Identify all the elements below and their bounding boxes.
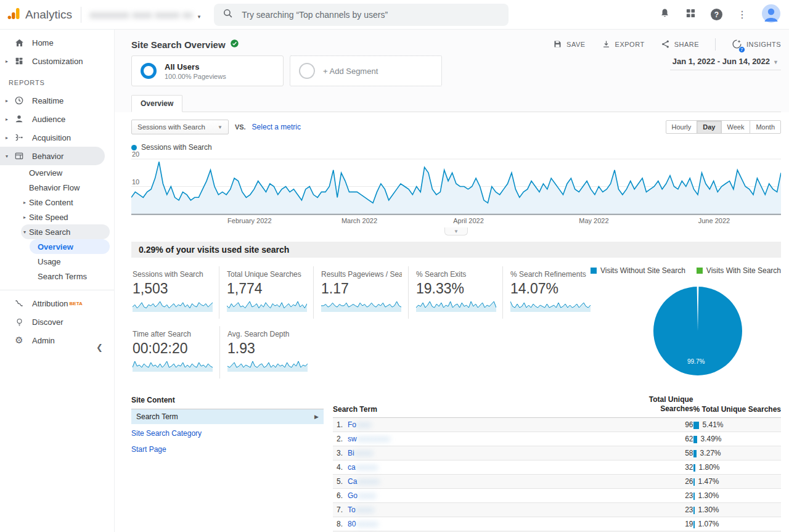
scorecard: Total Unique Searches1,774: [226, 266, 314, 319]
search-term-link[interactable]: caxxxxxx: [348, 463, 378, 472]
pct-total-value: 1.07%: [693, 517, 781, 531]
more-options-icon[interactable]: ⋮: [737, 10, 747, 20]
granularity-hourly[interactable]: Hourly: [666, 120, 698, 134]
user-avatar[interactable]: [762, 4, 780, 25]
chevron-down-icon: ▼: [218, 125, 223, 130]
save-button[interactable]: SAVE: [553, 39, 586, 50]
insights-button[interactable]: 7 INSIGHTS: [732, 39, 781, 51]
search-term-link[interactable]: Toxxxxx: [348, 505, 374, 514]
series-legend-dot: [131, 145, 137, 150]
sidebar-item-discover[interactable]: Discover: [0, 313, 114, 331]
search-term-link[interactable]: Foxxxx: [348, 420, 371, 429]
legend-swatch-without-search: [591, 268, 597, 274]
sidebar-item-customization[interactable]: ▸ Customization: [0, 52, 114, 70]
sidebar-item-site-search-overview[interactable]: Overview: [30, 239, 110, 254]
scorecard-value: 00:02:20: [133, 340, 213, 357]
download-icon: [602, 39, 611, 50]
col-header-pct-total[interactable]: % Total Unique Searches: [693, 393, 781, 418]
scorecard-label: Sessions with Search: [133, 270, 213, 279]
sidebar-item-site-content[interactable]: ▸Site Content: [0, 195, 114, 210]
notifications-bell-icon[interactable]: [659, 7, 671, 22]
chart-annotations-expander[interactable]: ▼: [444, 227, 468, 235]
search-term-link[interactable]: 80xxxxxx: [348, 520, 378, 528]
lightbulb-icon: [14, 317, 25, 327]
search-term-link[interactable]: swxxxxxxxxx: [348, 435, 390, 443]
granularity-week[interactable]: Week: [721, 120, 751, 134]
segment-all-users[interactable]: All Users 100.00% Pageviews: [131, 55, 284, 86]
export-button[interactable]: EXPORT: [602, 39, 645, 50]
sidebar-item-behavior-overview[interactable]: Overview: [0, 165, 114, 180]
pct-bar: [693, 521, 695, 528]
sidebar-item-home[interactable]: Home: [0, 33, 114, 52]
share-button[interactable]: SHARE: [661, 39, 699, 50]
insights-icon: 7: [732, 39, 742, 51]
sidebar-item-site-search[interactable]: ▾Site Search: [21, 224, 110, 239]
product-name: Analytics: [25, 8, 72, 22]
dimension-site-search-category[interactable]: Site Search Category: [131, 424, 324, 440]
col-header-search-term[interactable]: Search Term: [333, 393, 642, 418]
legend-swatch-with-search: [697, 268, 703, 274]
apps-grid-icon[interactable]: [685, 8, 696, 21]
granularity-day[interactable]: Day: [697, 120, 721, 134]
scorecard-label: Total Unique Searches: [227, 270, 307, 279]
collapse-icon: ▾: [22, 229, 28, 235]
sidebar-item-site-speed[interactable]: ▸Site Speed: [0, 210, 114, 224]
redacted-term: xxxxx: [356, 505, 374, 514]
svg-text:99.7%: 99.7%: [687, 358, 705, 365]
sidebar-item-realtime[interactable]: ▸ Realtime: [0, 91, 114, 110]
search-term-link[interactable]: Caxxxxxx: [348, 477, 379, 486]
sidebar-item-attribution[interactable]: Attribution BETA: [0, 294, 114, 313]
row-rank: 2.: [333, 435, 348, 443]
search-term-link[interactable]: Goxxxxx: [348, 491, 376, 500]
pct-bar: [693, 450, 697, 457]
granularity-month[interactable]: Month: [750, 120, 781, 134]
account-caret-icon[interactable]: ▾: [198, 14, 201, 20]
collapse-icon: ▾: [4, 153, 10, 159]
sidebar-item-behavior[interactable]: ▾ Behavior: [0, 147, 105, 165]
dimension-start-page[interactable]: Start Page: [131, 440, 324, 456]
row-rank: 6.: [333, 491, 348, 500]
sidebar-collapse-icon[interactable]: ❮: [96, 343, 103, 352]
sidebar-item-audience[interactable]: ▸ Audience: [0, 110, 114, 128]
pct-bar: [693, 493, 695, 500]
total-unique-searches-value: 62: [642, 432, 693, 446]
page-title: Site Search Overview: [131, 39, 226, 50]
select-metric-link[interactable]: Select a metric: [252, 123, 301, 131]
table-row: 4.caxxxxxx321.80%: [333, 460, 781, 475]
scorecard-label: % Search Exits: [416, 270, 496, 279]
sidebar-item-site-search-usage[interactable]: Usage: [0, 254, 114, 269]
verified-shield-icon: [230, 39, 239, 51]
total-unique-searches-value: 19: [642, 517, 693, 531]
scorecard: Results Pageviews / Search1.17: [320, 266, 409, 319]
timeseries-chart[interactable]: 20 10: [131, 154, 781, 216]
pie-chart[interactable]: 99.7%: [652, 285, 744, 380]
help-icon[interactable]: ?: [711, 9, 722, 20]
search-input[interactable]: [240, 9, 500, 20]
table-row: 8.80xxxxxx191.07%: [333, 517, 781, 531]
table-row: 7.Toxxxxx231.30%: [333, 503, 781, 517]
pct-bar: [693, 507, 695, 514]
pct-total-value: 1.30%: [693, 503, 781, 517]
col-header-total-unique-searches[interactable]: Total Unique Searches: [642, 393, 693, 418]
search-term-link[interactable]: Bixxxxx: [348, 449, 373, 457]
sidebar-item-behavior-flow[interactable]: Behavior Flow: [0, 180, 114, 195]
analytics-logo[interactable]: Analytics: [6, 6, 72, 23]
pct-total-value: 1.80%: [693, 460, 781, 475]
x-axis-label: March 2022: [341, 217, 377, 224]
dimension-search-term[interactable]: Search Term ▶: [131, 409, 324, 424]
account-selector[interactable]: xxxxxxxx xxxx xxxxx xx: [90, 10, 193, 20]
scorecard-value: 1,503: [133, 280, 213, 297]
add-segment-button[interactable]: + Add Segment: [290, 55, 442, 86]
chevron-right-icon: ▶: [314, 414, 319, 420]
reports-section-label: REPORTS: [0, 70, 114, 91]
sidebar-item-acquisition[interactable]: ▸ Acquisition: [0, 128, 114, 147]
share-icon: [661, 39, 670, 50]
date-range-selector[interactable]: Jan 1, 2022 - Jun 14, 2022▼: [670, 55, 781, 70]
tab-overview[interactable]: Overview: [131, 95, 182, 112]
scorecard-label: Avg. Search Depth: [227, 330, 309, 338]
metric-selector[interactable]: Sessions with Search ▼: [131, 120, 229, 134]
person-icon: [14, 114, 25, 124]
search-icon: [223, 8, 233, 21]
global-search[interactable]: [214, 4, 509, 26]
sidebar-item-search-terms[interactable]: Search Terms: [0, 269, 114, 284]
